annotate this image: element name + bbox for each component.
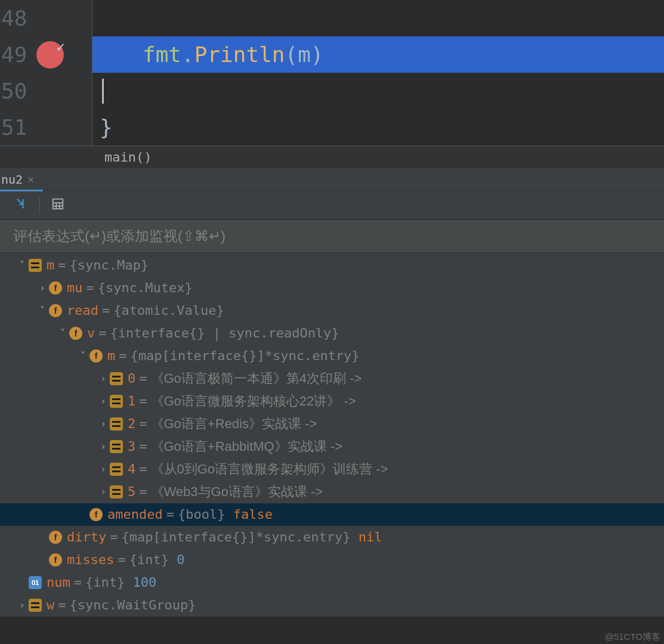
field-icon: f [49, 553, 62, 566]
struct-icon [29, 259, 42, 272]
gutter: 48 49 50 51 [0, 0, 92, 145]
var-type: {map[interface{}]*sync.entry} [131, 349, 360, 363]
var-value: nil [359, 531, 382, 544]
var-row-num[interactable]: · 01 num = {int} 100 [0, 571, 664, 594]
calculator-icon [51, 197, 64, 212]
var-name: m [107, 349, 115, 363]
step-into-button[interactable] [8, 192, 35, 218]
svg-rect-3 [53, 199, 63, 209]
code-token: ) [311, 42, 324, 67]
struct-icon [110, 485, 123, 499]
var-row-item[interactable]: › 2 = 《Go语言+Redis》实战课 -> [0, 413, 664, 435]
equals: = [119, 349, 126, 363]
var-type: {interface{} | sync.readOnly} [110, 327, 339, 340]
chevron-down-icon[interactable]: ˅ [36, 306, 49, 315]
chevron-down-icon[interactable]: ˅ [76, 351, 89, 361]
var-name: misses [67, 553, 114, 566]
var-value: false [233, 508, 273, 521]
var-name: dirty [67, 531, 106, 544]
gutter-row[interactable]: 49 [0, 36, 92, 73]
code-line-49[interactable]: fmt.Println(m) [92, 36, 664, 73]
var-value: 0 [177, 553, 184, 566]
debug-toolbar [0, 191, 664, 219]
calculator-button[interactable] [45, 192, 71, 218]
gutter-row[interactable]: 51 [0, 109, 92, 145]
gutter-row[interactable]: 48 [0, 0, 92, 36]
line-number: 50 [1, 80, 34, 102]
var-row-inner-m[interactable]: ˅ f m = {map[interface{}]*sync.entry} [0, 345, 664, 367]
equals: = [166, 508, 174, 521]
chevron-right-icon[interactable]: › [97, 419, 110, 429]
chevron-right-icon[interactable]: › [97, 397, 110, 406]
code-token: ( [285, 42, 298, 67]
chevron-right-icon[interactable]: › [97, 442, 110, 451]
var-row-item[interactable]: › 3 = 《Go语言+RabbitMQ》实战课 -> [0, 435, 664, 458]
var-row-dirty[interactable]: · f dirty = {map[interface{}]*sync.entry… [0, 526, 664, 549]
step-into-icon [15, 197, 28, 213]
code-line-48[interactable] [92, 0, 664, 36]
chevron-right-icon[interactable]: › [97, 465, 110, 474]
code-token: Println [194, 42, 285, 67]
var-row-item[interactable]: › 0 = 《Go语言极简一本通》第4次印刷 -> [0, 367, 664, 390]
chevron-right-icon[interactable]: › [97, 487, 110, 497]
breakpoint-icon[interactable] [36, 41, 64, 69]
var-value: 100 [132, 576, 156, 589]
variables-tree[interactable]: ˅ m = {sync.Map} › f mu = {sync.Mutex} ˅… [0, 253, 664, 617]
var-type: {sync.Mutex} [98, 281, 193, 295]
watermark: @51CTO博客 [605, 631, 660, 643]
caret-icon [102, 79, 104, 104]
var-value: 《Go语言+Redis》实战课 -> [151, 417, 317, 431]
tab-nu2[interactable]: nu2 × [0, 168, 38, 190]
var-row-amended[interactable]: · f amended = {bool} false [0, 503, 664, 526]
var-value: 《Go语言极简一本通》第4次印刷 -> [151, 372, 362, 385]
equals: = [139, 440, 147, 453]
code-column[interactable]: fmt.Println(m) } [92, 0, 664, 145]
gutter-row[interactable]: 50 [0, 73, 92, 109]
var-row-mu[interactable]: › f mu = {sync.Mutex} [0, 277, 664, 299]
var-name: w [47, 599, 54, 612]
chevron-right-icon[interactable]: › [97, 374, 110, 383]
equals: = [139, 417, 147, 431]
evaluate-expression-input[interactable]: 评估表达式(↵)或添加监视(⇧⌘↵) [0, 219, 664, 253]
var-name: 3 [128, 440, 135, 453]
code-token: } [100, 115, 113, 140]
primitive-icon: 01 [29, 576, 42, 589]
var-value: 《Web3与Go语言》实战课 -> [151, 485, 323, 499]
var-name: amended [107, 508, 163, 521]
var-row-read[interactable]: ˅ f read = {atomic.Value} [0, 299, 664, 322]
watermark-text: @51CTO博客 [605, 631, 660, 642]
equals: = [58, 599, 66, 612]
var-type: {sync.WaitGroup} [70, 599, 196, 612]
var-row-m[interactable]: ˅ m = {sync.Map} [0, 254, 664, 277]
field-icon: f [89, 349, 103, 363]
struct-icon [110, 440, 123, 453]
equals: = [118, 553, 125, 566]
var-row-w[interactable]: › w = {sync.WaitGroup} [0, 594, 664, 617]
line-number: 51 [1, 117, 34, 138]
var-name: 0 [128, 372, 135, 385]
field-icon: f [49, 281, 62, 295]
chevron-right-icon[interactable]: › [16, 600, 29, 610]
var-name: 4 [128, 463, 135, 476]
field-icon: f [49, 304, 62, 317]
var-type: {int} [85, 576, 125, 589]
var-row-item[interactable]: › 5 = 《Web3与Go语言》实战课 -> [0, 481, 664, 503]
chevron-right-icon[interactable]: › [36, 283, 49, 293]
code-line-50[interactable] [92, 73, 664, 109]
code-editor: 48 49 50 51 fmt.Println(m) } [0, 0, 664, 145]
chevron-down-icon[interactable]: ˅ [56, 329, 69, 338]
var-row-v[interactable]: ˅ f v = {interface{} | sync.readOnly} [0, 322, 664, 345]
close-icon[interactable]: × [27, 173, 34, 185]
breadcrumb-label: main() [104, 150, 152, 165]
field-icon: f [49, 531, 62, 544]
var-name: m [47, 259, 54, 272]
code-line-51[interactable]: } [92, 109, 664, 145]
chevron-down-icon[interactable]: ˅ [16, 261, 29, 270]
var-row-item[interactable]: › 1 = 《Go语言微服务架构核心22讲》 -> [0, 390, 664, 413]
var-row-item[interactable]: › 4 = 《从0到Go语言微服务架构师》训练营 -> [0, 458, 664, 481]
code-token: . [181, 42, 194, 67]
var-value: 《Go语言微服务架构核心22讲》 -> [151, 395, 356, 408]
var-row-misses[interactable]: · f misses = {int} 0 [0, 549, 664, 571]
var-type: {map[interface{}]*sync.entry} [121, 531, 350, 544]
breadcrumb[interactable]: main() [0, 145, 664, 168]
